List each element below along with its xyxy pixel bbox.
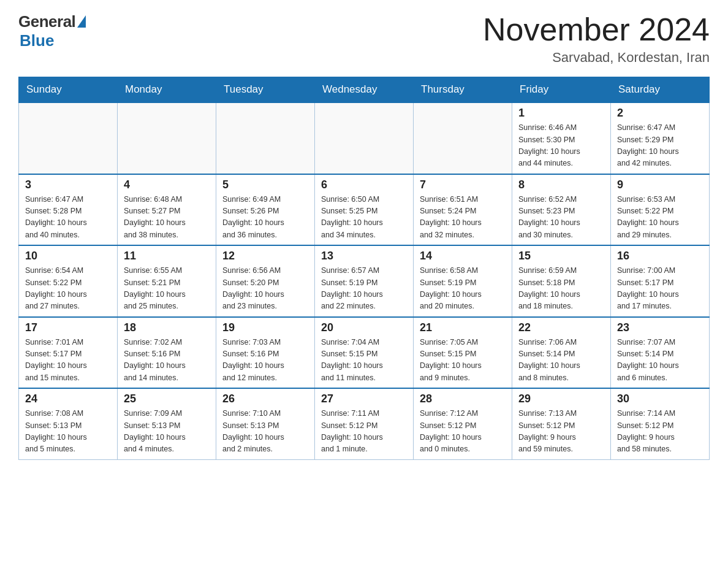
day-info: Sunrise: 7:04 AMSunset: 5:15 PMDaylight:… <box>321 337 407 385</box>
weekday-header-sunday: Sunday <box>19 77 118 103</box>
day-info: Sunrise: 6:53 AMSunset: 5:22 PMDaylight:… <box>617 194 703 242</box>
day-info: Sunrise: 6:52 AMSunset: 5:23 PMDaylight:… <box>518 194 604 242</box>
weekday-header-wednesday: Wednesday <box>315 77 414 103</box>
calendar-cell: 4Sunrise: 6:48 AMSunset: 5:27 PMDaylight… <box>118 174 216 246</box>
calendar-cell: 7Sunrise: 6:51 AMSunset: 5:24 PMDaylight… <box>414 174 512 246</box>
title-block: November 2024 Sarvabad, Kordestan, Iran <box>483 12 710 66</box>
calendar-cell: 15Sunrise: 6:59 AMSunset: 5:18 PMDayligh… <box>512 245 611 317</box>
calendar-cell <box>118 102 216 174</box>
weekday-header-friday: Friday <box>512 77 611 103</box>
calendar-cell: 14Sunrise: 6:58 AMSunset: 5:19 PMDayligh… <box>414 245 512 317</box>
calendar-cell <box>414 102 512 174</box>
calendar-cell: 2Sunrise: 6:47 AMSunset: 5:29 PMDaylight… <box>611 102 710 174</box>
calendar-week-row: 17Sunrise: 7:01 AMSunset: 5:17 PMDayligh… <box>19 317 710 389</box>
day-number: 6 <box>321 178 407 191</box>
day-info: Sunrise: 7:12 AMSunset: 5:12 PMDaylight:… <box>420 408 506 456</box>
logo-triangle-icon <box>77 15 86 28</box>
day-number: 5 <box>222 178 308 191</box>
day-number: 11 <box>124 250 210 262</box>
day-number: 12 <box>222 250 308 262</box>
day-info: Sunrise: 6:51 AMSunset: 5:24 PMDaylight:… <box>420 194 506 242</box>
day-info: Sunrise: 7:05 AMSunset: 5:15 PMDaylight:… <box>420 337 506 385</box>
day-number: 21 <box>420 321 506 334</box>
day-number: 27 <box>321 393 407 405</box>
day-info: Sunrise: 7:01 AMSunset: 5:17 PMDaylight:… <box>25 337 111 385</box>
calendar-cell <box>315 102 414 174</box>
calendar-cell: 25Sunrise: 7:09 AMSunset: 5:13 PMDayligh… <box>118 388 216 459</box>
day-number: 30 <box>617 393 703 405</box>
day-info: Sunrise: 7:02 AMSunset: 5:16 PMDaylight:… <box>124 337 210 385</box>
calendar-header: SundayMondayTuesdayWednesdayThursdayFrid… <box>19 77 710 103</box>
day-info: Sunrise: 6:54 AMSunset: 5:22 PMDaylight:… <box>25 265 111 313</box>
day-number: 9 <box>617 178 703 191</box>
calendar-cell: 6Sunrise: 6:50 AMSunset: 5:25 PMDaylight… <box>315 174 414 246</box>
calendar-cell: 27Sunrise: 7:11 AMSunset: 5:12 PMDayligh… <box>315 388 414 459</box>
day-number: 25 <box>124 393 210 405</box>
day-info: Sunrise: 6:49 AMSunset: 5:26 PMDaylight:… <box>222 194 308 242</box>
calendar-body: 1Sunrise: 6:46 AMSunset: 5:30 PMDaylight… <box>19 102 710 459</box>
day-info: Sunrise: 6:50 AMSunset: 5:25 PMDaylight:… <box>321 194 407 242</box>
calendar-cell: 29Sunrise: 7:13 AMSunset: 5:12 PMDayligh… <box>512 388 611 459</box>
day-info: Sunrise: 7:14 AMSunset: 5:12 PMDaylight:… <box>617 408 703 456</box>
day-number: 3 <box>25 178 111 191</box>
calendar-cell: 20Sunrise: 7:04 AMSunset: 5:15 PMDayligh… <box>315 317 414 389</box>
calendar-cell: 1Sunrise: 6:46 AMSunset: 5:30 PMDaylight… <box>512 102 611 174</box>
day-info: Sunrise: 7:03 AMSunset: 5:16 PMDaylight:… <box>222 337 308 385</box>
day-number: 2 <box>617 107 703 120</box>
day-info: Sunrise: 6:46 AMSunset: 5:30 PMDaylight:… <box>518 122 604 170</box>
day-info: Sunrise: 6:55 AMSunset: 5:21 PMDaylight:… <box>124 265 210 313</box>
day-info: Sunrise: 7:07 AMSunset: 5:14 PMDaylight:… <box>617 337 703 385</box>
day-info: Sunrise: 6:59 AMSunset: 5:18 PMDaylight:… <box>518 265 604 313</box>
calendar-cell: 10Sunrise: 6:54 AMSunset: 5:22 PMDayligh… <box>19 245 118 317</box>
calendar-cell: 11Sunrise: 6:55 AMSunset: 5:21 PMDayligh… <box>118 245 216 317</box>
calendar-cell: 16Sunrise: 7:00 AMSunset: 5:17 PMDayligh… <box>611 245 710 317</box>
day-info: Sunrise: 7:10 AMSunset: 5:13 PMDaylight:… <box>222 408 308 456</box>
day-info: Sunrise: 7:00 AMSunset: 5:17 PMDaylight:… <box>617 265 703 313</box>
day-number: 23 <box>617 321 703 334</box>
day-info: Sunrise: 6:48 AMSunset: 5:27 PMDaylight:… <box>124 194 210 242</box>
calendar-cell: 8Sunrise: 6:52 AMSunset: 5:23 PMDaylight… <box>512 174 611 246</box>
calendar-cell: 22Sunrise: 7:06 AMSunset: 5:14 PMDayligh… <box>512 317 611 389</box>
calendar-table: SundayMondayTuesdayWednesdayThursdayFrid… <box>18 77 710 460</box>
day-info: Sunrise: 7:11 AMSunset: 5:12 PMDaylight:… <box>321 408 407 456</box>
logo-top: General <box>18 12 86 31</box>
month-title: November 2024 <box>483 12 710 47</box>
day-info: Sunrise: 7:08 AMSunset: 5:13 PMDaylight:… <box>25 408 111 456</box>
day-number: 15 <box>518 250 604 262</box>
calendar-week-row: 24Sunrise: 7:08 AMSunset: 5:13 PMDayligh… <box>19 388 710 459</box>
day-info: Sunrise: 7:09 AMSunset: 5:13 PMDaylight:… <box>124 408 210 456</box>
day-info: Sunrise: 7:06 AMSunset: 5:14 PMDaylight:… <box>518 337 604 385</box>
day-number: 18 <box>124 321 210 334</box>
header: General Blue November 2024 Sarvabad, Kor… <box>18 12 710 66</box>
location-title: Sarvabad, Kordestan, Iran <box>483 50 710 66</box>
day-number: 28 <box>420 393 506 405</box>
day-number: 22 <box>518 321 604 334</box>
calendar-cell <box>19 102 118 174</box>
day-number: 24 <box>25 393 111 405</box>
logo-blue-text: Blue <box>20 31 54 50</box>
day-number: 7 <box>420 178 506 191</box>
day-number: 19 <box>222 321 308 334</box>
weekday-header-row: SundayMondayTuesdayWednesdayThursdayFrid… <box>19 77 710 103</box>
calendar-week-row: 10Sunrise: 6:54 AMSunset: 5:22 PMDayligh… <box>19 245 710 317</box>
calendar-cell <box>216 102 315 174</box>
day-number: 20 <box>321 321 407 334</box>
weekday-header-thursday: Thursday <box>414 77 512 103</box>
calendar-cell: 23Sunrise: 7:07 AMSunset: 5:14 PMDayligh… <box>611 317 710 389</box>
day-number: 13 <box>321 250 407 262</box>
day-number: 29 <box>518 393 604 405</box>
day-number: 1 <box>518 107 604 120</box>
calendar-cell: 3Sunrise: 6:47 AMSunset: 5:28 PMDaylight… <box>19 174 118 246</box>
weekday-header-monday: Monday <box>118 77 216 103</box>
calendar-cell: 9Sunrise: 6:53 AMSunset: 5:22 PMDaylight… <box>611 174 710 246</box>
calendar-week-row: 1Sunrise: 6:46 AMSunset: 5:30 PMDaylight… <box>19 102 710 174</box>
day-info: Sunrise: 6:58 AMSunset: 5:19 PMDaylight:… <box>420 265 506 313</box>
calendar-cell: 18Sunrise: 7:02 AMSunset: 5:16 PMDayligh… <box>118 317 216 389</box>
calendar-cell: 12Sunrise: 6:56 AMSunset: 5:20 PMDayligh… <box>216 245 315 317</box>
day-number: 14 <box>420 250 506 262</box>
logo: General Blue <box>18 12 86 50</box>
calendar-cell: 26Sunrise: 7:10 AMSunset: 5:13 PMDayligh… <box>216 388 315 459</box>
calendar-week-row: 3Sunrise: 6:47 AMSunset: 5:28 PMDaylight… <box>19 174 710 246</box>
calendar-cell: 21Sunrise: 7:05 AMSunset: 5:15 PMDayligh… <box>414 317 512 389</box>
calendar-cell: 5Sunrise: 6:49 AMSunset: 5:26 PMDaylight… <box>216 174 315 246</box>
